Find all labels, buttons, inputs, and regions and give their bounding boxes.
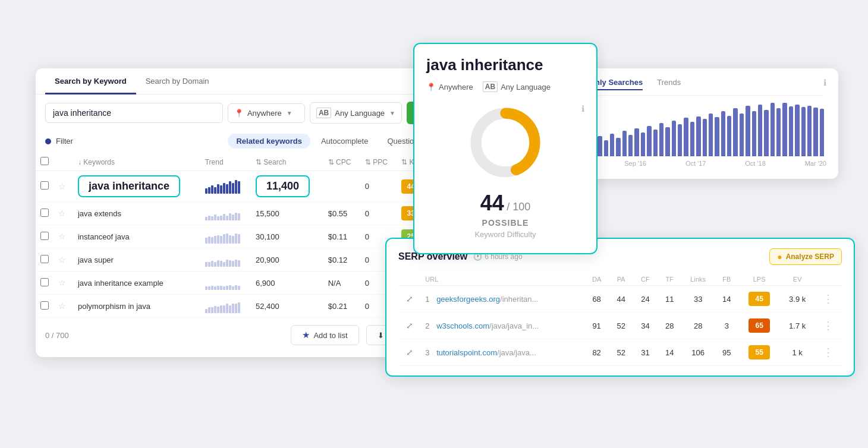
col-header-search: ⇅ Search — [251, 153, 323, 171]
trend-bars — [205, 229, 246, 244]
analyze-btn-label: Analyze SERP — [786, 253, 834, 261]
col-header-ppc: ⇅ PPC — [360, 153, 397, 171]
serp-pa-cell: 52 — [609, 313, 633, 339]
serp-cf-cell: 34 — [633, 313, 658, 339]
serp-col-fb: FB — [715, 273, 739, 286]
serp-da-cell: 91 — [584, 313, 609, 339]
search-vol-cell: 6,900 — [251, 272, 323, 295]
analyze-serp-button[interactable]: ● Analyze SERP — [769, 248, 842, 265]
serp-rank-1: 1 — [425, 295, 429, 304]
cpc-cell: $0.12 — [323, 248, 360, 272]
keywords-table: ↓ Keywords Trend ⇅ Search ⇅ CPC ⇅ PPC ⇅ … — [36, 153, 440, 318]
tab-autocomplete[interactable]: Autocomplete — [313, 134, 377, 149]
serp-col-cf: CF — [633, 273, 658, 286]
pin-icon: 📍 — [234, 109, 244, 118]
kd-card: java inheritance 📍 Anywhere AB Any Langu… — [413, 43, 597, 254]
trend-panel-tabs: Monthly Searches Trends — [577, 78, 823, 96]
serp-ev-cell: 1.7 k — [780, 313, 815, 339]
table-footer: 0 / 700 ★ Add to list ⬇ Export ▼ — [36, 318, 440, 345]
search-volume-highlight: 11,400 — [256, 175, 310, 197]
serp-url-link[interactable]: w3schools.com/java/java_in... — [436, 321, 539, 330]
result-count: 0 / 700 — [45, 331, 69, 340]
row-checkbox[interactable] — [40, 209, 49, 217]
serp-lps-badge: 65 — [749, 318, 770, 333]
filter-dot-icon — [45, 138, 51, 144]
filter-row: Filter Related keywords Autocomplete Que… — [36, 131, 440, 153]
serp-cf-cell: 24 — [633, 286, 658, 313]
trend-bars — [205, 179, 246, 194]
expand-icon[interactable]: ⤢ — [406, 294, 413, 304]
chart-label-3: Oct '17 — [685, 160, 706, 167]
kd-sublabel: Keyword Difficulty — [426, 230, 584, 239]
more-options-icon[interactable]: ⋮ — [823, 320, 834, 332]
col-header-trend: Trend — [200, 153, 251, 171]
table-row: ☆ java inheritance — [36, 171, 440, 202]
serp-pa-cell: 52 — [609, 339, 633, 366]
serp-path: /java/java_in... — [489, 321, 539, 330]
table-row: ☆ java extends 15,500 $0.55 — [36, 202, 440, 225]
ppc-cell: 0 — [360, 202, 397, 225]
search-row: 📍 Anywhere ▼ AB Any Language ▼ → — [36, 94, 440, 131]
language-select[interactable]: AB Any Language ▼ — [310, 102, 402, 124]
language-value: Any Language — [335, 109, 385, 118]
serp-tf-cell: 11 — [658, 286, 682, 313]
kd-location-label: Anywhere — [439, 83, 473, 92]
trend-info-icon[interactable]: ℹ — [823, 78, 826, 87]
download-icon: ⬇ — [378, 331, 384, 340]
favorite-star-icon[interactable]: ☆ — [58, 301, 66, 311]
serp-links-cell: 33 — [681, 286, 715, 313]
favorite-star-icon[interactable]: ☆ — [58, 182, 66, 191]
add-to-list-button[interactable]: ★ Add to list — [291, 325, 358, 345]
table-row: ☆ instanceof java 30,100 $0.11 — [36, 225, 440, 248]
location-chevron-icon: ▼ — [287, 110, 293, 116]
cpc-cell: $0.21 — [323, 295, 360, 318]
serp-url-link[interactable]: geeksforgeeks.org/inheritan... — [436, 295, 538, 304]
filter-button[interactable]: Filter — [56, 137, 73, 146]
favorite-star-icon[interactable]: ☆ — [58, 255, 66, 264]
more-options-icon[interactable]: ⋮ — [823, 346, 834, 358]
row-checkbox[interactable] — [40, 278, 49, 286]
location-select[interactable]: 📍 Anywhere ▼ — [228, 103, 305, 123]
more-options-icon[interactable]: ⋮ — [823, 293, 834, 305]
row-checkbox[interactable] — [40, 301, 49, 310]
expand-icon[interactable]: ⤢ — [406, 321, 413, 330]
location-pin-icon: 📍 — [426, 83, 436, 92]
serp-col-lps: LPS — [739, 273, 780, 286]
tab-related-keywords[interactable]: Related keywords — [228, 134, 310, 149]
serp-col-url: URL — [420, 273, 584, 286]
select-all-checkbox[interactable] — [40, 157, 49, 165]
serp-url-link[interactable]: tutorialspoint.com/java/java... — [436, 348, 536, 357]
favorite-star-icon[interactable]: ☆ — [58, 209, 66, 218]
trend-bars — [205, 206, 246, 220]
tab-search-domain[interactable]: Search by Domain — [136, 68, 219, 94]
favorite-star-icon[interactable]: ☆ — [58, 232, 66, 241]
tab-trends[interactable]: Trends — [657, 78, 681, 90]
col-header-cpc: ⇅ CPC — [323, 153, 360, 171]
serp-row: ⤢ 3 tutorialspoint.com/java/java... 82 5… — [398, 339, 842, 366]
table-row: ☆ java super 20,900 $0.12 — [36, 248, 440, 272]
cpc-cell: $0.11 — [323, 225, 360, 248]
serp-table: URL DA PA CF TF Links FB LPS EV ⤢ 1 — [398, 273, 842, 366]
serp-tf-cell: 28 — [658, 313, 682, 339]
keyword-search-input[interactable] — [45, 103, 223, 123]
kd-donut-chart — [426, 104, 584, 181]
keyword-cell: java extends — [73, 202, 200, 225]
row-checkbox[interactable] — [40, 232, 49, 240]
expand-icon[interactable]: ⤢ — [406, 348, 413, 357]
row-checkbox[interactable] — [40, 181, 49, 190]
keyword-cell-highlight: java inheritance — [78, 175, 180, 197]
serp-ev-cell: 3.9 k — [780, 286, 815, 313]
trend-panel: ℹ Monthly Searches Trends — [565, 68, 838, 179]
row-checkbox[interactable] — [40, 255, 49, 263]
tab-search-keyword[interactable]: Search by Keyword — [45, 68, 136, 94]
serp-ev-cell: 1 k — [780, 339, 815, 366]
favorite-star-icon[interactable]: ☆ — [58, 278, 66, 288]
donut-svg — [467, 104, 544, 181]
search-vol-cell: 30,100 — [251, 225, 323, 248]
chart-label-2: Sep '16 — [624, 160, 646, 167]
trend-bars — [205, 276, 246, 290]
chart-label-5: Mar '20 — [805, 160, 826, 167]
kd-score-area: 44 / 100 — [426, 191, 584, 216]
search-vol-cell: 52,400 — [251, 295, 323, 318]
serp-domain: geeksforgeeks.org — [436, 295, 500, 304]
